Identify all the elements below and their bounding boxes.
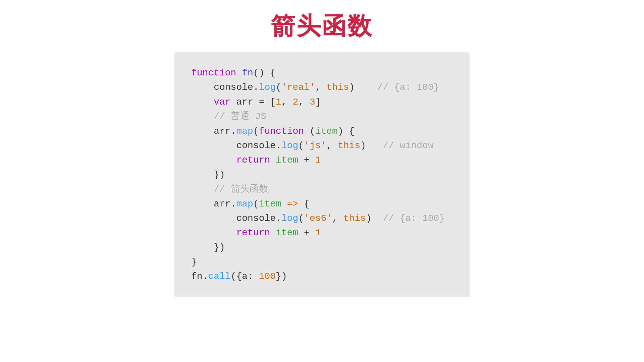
code-line-8: })	[191, 168, 449, 182]
code-line-2: console.log('real', this) // {a: 100}	[191, 80, 449, 95]
code-line-13: })	[191, 240, 449, 255]
code-line-6: console.log('js', this) // window	[191, 138, 449, 153]
code-line-9: // 箭头函数	[191, 182, 449, 196]
code-line-4: // 普通 JS	[191, 109, 449, 124]
page-title: 箭头函数	[271, 10, 373, 42]
code-line-3: var arr = [1, 2, 3]	[191, 95, 449, 109]
code-line-15: fn.call({a: 100})	[191, 269, 449, 284]
code-block: function fn() { console.log('real', this…	[174, 52, 470, 297]
code-line-7: return item + 1	[191, 153, 449, 167]
code-line-14: }	[191, 255, 449, 269]
code-line-12: return item + 1	[191, 226, 449, 240]
code-line-10: arr.map(item => {	[191, 197, 449, 211]
code-line-11: console.log('es6', this) // {a: 100}	[191, 211, 449, 226]
code-line-1: function fn() {	[191, 66, 449, 80]
code-line-5: arr.map(function (item) {	[191, 124, 449, 138]
